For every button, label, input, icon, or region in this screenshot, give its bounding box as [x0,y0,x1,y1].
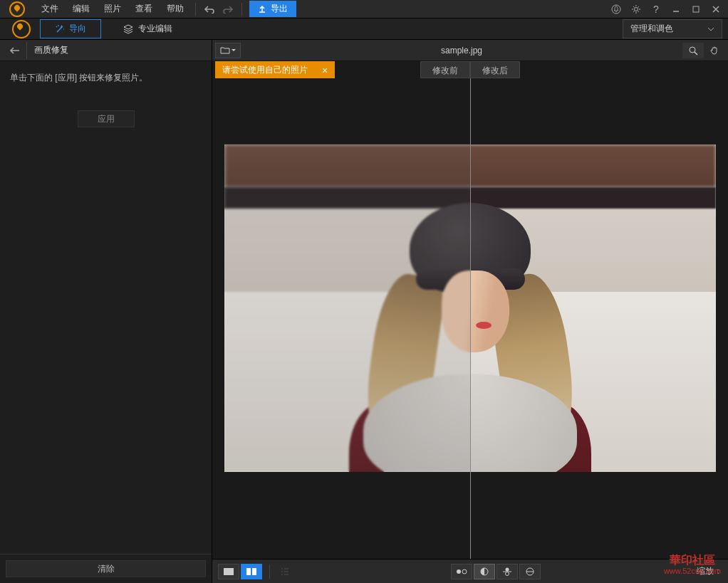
svg-rect-6 [224,568,234,575]
svg-point-14 [505,572,509,575]
zoom-tool-button[interactable] [682,43,704,58]
svg-line-5 [695,52,697,55]
maximize-icon [692,5,700,14]
compare-split-button[interactable] [474,564,495,579]
settings-button[interactable] [627,1,645,17]
pan-tool-button[interactable] [704,43,725,58]
question-icon: ? [653,4,659,15]
viewer: sample.jpg 请尝试使用自己的照片 × 修改前 修改后 [212,40,728,583]
tip-text: 请尝试使用自己的照片 [222,64,308,76]
single-view-icon [223,567,234,576]
dot-compare-icon [455,567,468,577]
compare-vertical-button[interactable] [496,564,518,579]
svg-rect-7 [246,568,251,575]
svg-point-12 [505,567,509,571]
tip-close-button[interactable]: × [322,65,328,76]
sidebar-footer: 清除 [0,554,212,583]
clear-button[interactable]: 清除 [6,560,206,577]
svg-point-10 [462,569,467,574]
tab-after[interactable]: 修改后 [470,61,520,78]
magnifier-icon [688,46,698,56]
main-area: 画质修复 单击下面的 [应用] 按钮来修复照片。 应用 清除 sample.jp… [0,40,728,583]
sidebar-title: 画质修复 [27,44,76,56]
compare-overlay-button[interactable] [519,564,541,579]
help-button[interactable]: ? [647,1,665,17]
undo-button[interactable] [200,1,219,17]
compare-divider[interactable] [470,78,471,559]
separator [195,3,196,16]
mode-label: 管理和调色 [630,23,673,35]
view-split-button[interactable] [241,564,262,579]
tab-pro-label: 专业编辑 [138,23,172,35]
tab-wizard-label: 导向 [69,23,86,35]
tab-wizard[interactable]: 导向 [40,19,101,38]
notifications-button[interactable] [607,1,625,17]
back-button[interactable] [3,42,27,59]
compare-dot-button[interactable] [451,564,472,579]
close-icon [712,5,720,14]
zoom-label: 缩放： [697,565,722,577]
hand-icon [709,46,719,56]
app-logo-large[interactable] [6,19,37,40]
export-label: 导出 [271,3,288,15]
canvas-area[interactable] [212,78,728,559]
menu-file[interactable]: 文件 [34,0,66,18]
folder-button[interactable] [215,43,241,58]
apply-button[interactable]: 应用 [78,110,135,127]
tab-before[interactable]: 修改前 [420,61,470,78]
dropdown-icon [232,49,236,52]
redo-button[interactable] [219,1,237,17]
layers-icon [123,24,134,34]
separator [241,3,242,16]
app-logo[interactable] [3,1,31,18]
arrow-left-icon [9,46,21,55]
sidebar: 画质修复 单击下面的 [应用] 按钮来修复照片。 应用 清除 [0,40,212,583]
gear-icon [631,4,641,14]
minimize-icon [672,5,680,14]
list-button[interactable] [276,564,294,579]
half-circle-icon [479,567,490,577]
export-button[interactable]: 导出 [249,1,296,17]
close-button[interactable] [707,1,725,17]
menu-help[interactable]: 帮助 [160,0,191,18]
svg-point-9 [457,569,461,574]
minimize-button[interactable] [667,1,685,17]
chevron-down-icon [707,27,714,31]
folder-icon [220,46,230,55]
mode-selector[interactable]: 管理和调色 [623,19,722,38]
filename-label: sample.jpg [241,46,682,56]
svg-rect-8 [252,568,256,575]
maximize-button[interactable] [687,1,705,17]
menu-photo[interactable]: 照片 [97,0,128,18]
zoom-controls: 缩放： [697,565,722,577]
sidebar-header: 画质修复 [0,40,212,61]
viewer-footer: 缩放： [212,559,728,583]
menu-edit[interactable]: 编辑 [66,0,97,18]
split-view-icon [246,567,257,576]
bell-icon [611,4,621,14]
vertical-split-icon [501,567,513,577]
separator [269,564,270,579]
svg-rect-3 [693,6,699,12]
sidebar-body: 单击下面的 [应用] 按钮来修复照片。 应用 [0,61,212,554]
upload-icon [258,5,266,14]
tab-pro-edit[interactable]: 专业编辑 [123,23,172,35]
list-icon [280,567,290,576]
tip-banner: 请尝试使用自己的照片 × [215,61,335,79]
tool-tabs-row: 导向 专业编辑 管理和调色 [0,19,728,40]
viewer-header: sample.jpg [212,40,728,61]
sidebar-hint: 单击下面的 [应用] 按钮来修复照片。 [10,71,202,85]
svg-point-4 [690,47,695,53]
overlay-icon [524,567,536,577]
wand-icon [55,24,65,34]
view-single-button[interactable] [218,564,239,579]
compare-tabs: 请尝试使用自己的照片 × 修改前 修改后 [212,61,728,78]
menu-view[interactable]: 查看 [128,0,160,18]
menubar: 文件 编辑 照片 查看 帮助 导出 ? [0,0,728,19]
svg-point-1 [635,7,638,11]
